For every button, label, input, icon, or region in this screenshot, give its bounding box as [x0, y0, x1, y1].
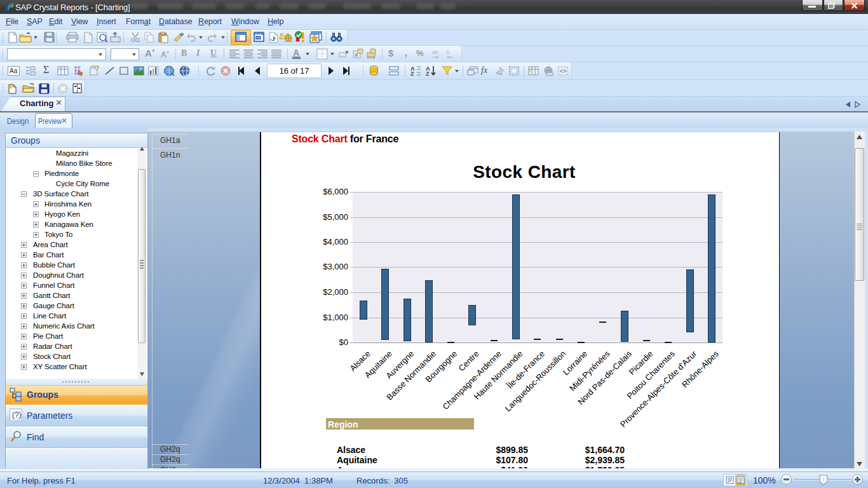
svg-text:.00: .00: [431, 50, 438, 55]
svg-text:<>: <>: [560, 68, 567, 74]
svg-text:a: a: [355, 51, 358, 58]
svg-text:0.: 0.: [446, 50, 451, 55]
svg-text:Z: Z: [410, 71, 414, 76]
svg-text:Z: Z: [426, 71, 430, 76]
svg-text:Aa: Aa: [10, 67, 18, 74]
